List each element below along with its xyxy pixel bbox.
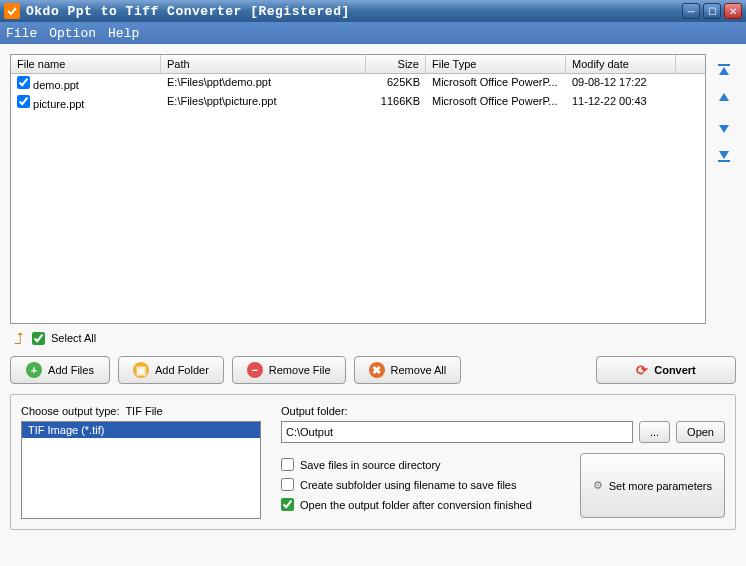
menu-bar: File Option Help [0, 22, 746, 44]
output-folder-label: Output folder: [281, 405, 725, 417]
select-all-checkbox[interactable] [32, 332, 45, 345]
row-checkbox[interactable] [17, 95, 30, 108]
menu-option[interactable]: Option [49, 26, 96, 41]
move-up-button[interactable] [715, 90, 733, 108]
open-after-checkbox[interactable] [281, 498, 294, 511]
create-subfolder-label: Create subfolder using filename to save … [300, 479, 516, 491]
output-type-list[interactable]: TIF Image (*.tif) [21, 421, 261, 519]
cell-name: demo.ppt [33, 79, 79, 91]
move-down-button[interactable] [715, 118, 733, 136]
window-title: Okdo Ppt to Tiff Converter [Registered] [26, 4, 682, 19]
file-table: File name Path Size File Type Modify dat… [10, 54, 706, 324]
open-folder-button[interactable]: Open [676, 421, 725, 443]
cell-date: 09-08-12 17:22 [566, 74, 676, 93]
move-bottom-button[interactable] [715, 146, 733, 164]
title-bar: Okdo Ppt to Tiff Converter [Registered] … [0, 0, 746, 22]
cell-type: Microsoft Office PowerP... [426, 93, 566, 112]
choose-output-type-label: Choose output type: [21, 405, 119, 417]
row-checkbox[interactable] [17, 76, 30, 89]
output-type-item[interactable]: TIF Image (*.tif) [22, 422, 260, 438]
col-header-size[interactable]: Size [366, 55, 426, 73]
move-top-button[interactable] [715, 62, 733, 80]
save-source-checkbox[interactable] [281, 458, 294, 471]
menu-help[interactable]: Help [108, 26, 139, 41]
save-source-label: Save files in source directory [300, 459, 441, 471]
col-header-name[interactable]: File name [11, 55, 161, 73]
table-row[interactable]: picture.ppt E:\Files\ppt\picture.ppt 116… [11, 93, 705, 112]
convert-icon: ⟳ [636, 362, 648, 378]
remove-file-button[interactable]: −Remove File [232, 356, 346, 384]
col-header-path[interactable]: Path [161, 55, 366, 73]
cell-type: Microsoft Office PowerP... [426, 74, 566, 93]
app-icon [4, 3, 20, 19]
cell-path: E:\Files\ppt\picture.ppt [161, 93, 366, 112]
up-folder-icon[interactable]: ⮥ [12, 330, 26, 346]
cell-path: E:\Files\ppt\demo.ppt [161, 74, 366, 93]
cell-name: picture.ppt [33, 98, 84, 110]
add-files-button[interactable]: +Add Files [10, 356, 110, 384]
cell-size: 1166KB [366, 93, 426, 112]
cell-size: 625KB [366, 74, 426, 93]
gear-icon: ⚙ [593, 479, 603, 492]
folder-icon: ▣ [133, 362, 149, 378]
add-folder-button[interactable]: ▣Add Folder [118, 356, 224, 384]
open-after-label: Open the output folder after conversion … [300, 499, 532, 511]
col-header-type[interactable]: File Type [426, 55, 566, 73]
output-folder-input[interactable] [281, 421, 633, 443]
svg-rect-0 [718, 64, 730, 66]
create-subfolder-checkbox[interactable] [281, 478, 294, 491]
col-header-date[interactable]: Modify date [566, 55, 676, 73]
table-row[interactable]: demo.ppt E:\Files\ppt\demo.ppt 625KB Mic… [11, 74, 705, 93]
remove-all-button[interactable]: ✖Remove All [354, 356, 462, 384]
maximize-button[interactable]: ☐ [703, 3, 721, 19]
minimize-button[interactable]: ─ [682, 3, 700, 19]
svg-rect-1 [718, 160, 730, 162]
minus-icon: − [247, 362, 263, 378]
convert-button[interactable]: ⟳Convert [596, 356, 736, 384]
plus-icon: + [26, 362, 42, 378]
select-all-label: Select All [51, 332, 96, 344]
set-more-parameters-button[interactable]: ⚙Set more parameters [580, 453, 725, 518]
browse-button[interactable]: ... [639, 421, 670, 443]
remove-all-icon: ✖ [369, 362, 385, 378]
output-type-value: TIF File [125, 405, 162, 417]
menu-file[interactable]: File [6, 26, 37, 41]
cell-date: 11-12-22 00:43 [566, 93, 676, 112]
close-button[interactable]: ✕ [724, 3, 742, 19]
